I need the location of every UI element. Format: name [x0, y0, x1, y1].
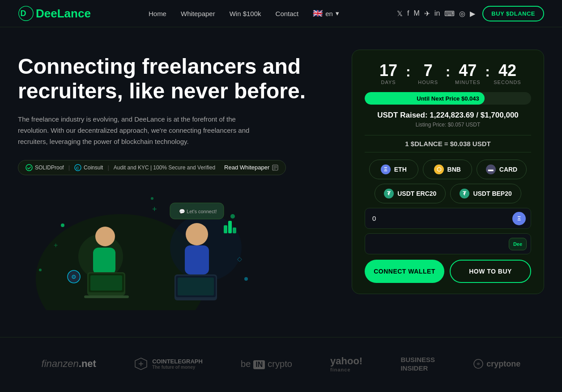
- svg-point-10: [39, 269, 42, 271]
- beincrypto-logo: be IN crypto: [241, 359, 292, 369]
- dlance-input-wrap: Dee: [365, 233, 531, 254]
- svg-text:◇: ◇: [237, 255, 242, 262]
- how-to-buy-button[interactable]: HOW TO BUY: [450, 260, 531, 283]
- progress-label: Until Next Price $0.043: [417, 95, 479, 102]
- bnb-button[interactable]: ⬡ BNB: [423, 160, 472, 179]
- exchange-rate: 1 $DLANCE = $0.038 USDT: [365, 135, 531, 152]
- nav-home[interactable]: Home: [149, 10, 166, 17]
- logo[interactable]: D DeeLance: [18, 5, 91, 21]
- social-icons: 𝕏 f M ✈ in ⌨ ◎ ▶: [397, 9, 475, 18]
- usdt-erc20-icon: ₮: [384, 189, 394, 198]
- presale-widget: 17 DAYS : 7 HOURS : 47 MINUTES : 42 SECO…: [352, 50, 544, 294]
- nav-links: Home Whitepaper Win $100k Contact 🇬🇧 en …: [149, 8, 339, 18]
- eth-input-suffix: Ξ: [512, 212, 526, 225]
- svg-rect-21: [185, 245, 209, 274]
- freelancer-illustration: 💬 Let's connect! ⚙ + + ◇: [18, 190, 260, 310]
- svg-point-14: [95, 227, 115, 246]
- business-insider-logo: BUSINESS INSIDER: [400, 355, 435, 373]
- facebook-icon[interactable]: f: [407, 9, 409, 17]
- dee-input-suffix: Dee: [509, 238, 527, 250]
- medium-icon[interactable]: M: [414, 9, 420, 17]
- instagram-icon[interactable]: ◎: [459, 9, 465, 18]
- navbar: D DeeLance Home Whitepaper Win $100k Con…: [0, 0, 562, 27]
- usdt-bep20-button[interactable]: ₮ USDT BEP20: [450, 184, 521, 203]
- discord-icon[interactable]: ⌨: [444, 9, 455, 18]
- countdown-minutes: 47 MINUTES: [452, 63, 483, 85]
- main-content: Connecting freelancers and recruiters, l…: [0, 27, 562, 324]
- buy-dlance-button[interactable]: BUY $DLANCE: [482, 6, 544, 21]
- dlance-input[interactable]: [365, 233, 531, 254]
- svg-rect-28: [228, 221, 232, 233]
- svg-rect-24: [178, 278, 214, 295]
- yahoo-finance-logo: yahoo! finance: [330, 355, 362, 372]
- countdown-hours: 7 HOURS: [413, 63, 444, 85]
- svg-point-8: [61, 223, 64, 227]
- svg-rect-18: [90, 275, 122, 291]
- svg-rect-29: [233, 228, 236, 233]
- svg-text:C: C: [76, 166, 79, 170]
- eth-icon: Ξ: [381, 164, 391, 174]
- svg-text:💬 Let's connect!: 💬 Let's connect!: [179, 208, 217, 215]
- listing-price: Listing Price: $0.057 USDT: [365, 122, 531, 128]
- cointelegraph-logo: COINTELEGRAPH The future of money: [134, 357, 203, 371]
- hero-title: Connecting freelancers and recruiters, l…: [18, 54, 334, 103]
- countdown-days: 17 DAYS: [373, 63, 404, 85]
- audit-text: Audit and KYC | 100% Secure and Verified: [114, 164, 215, 171]
- countdown-sep-1: :: [406, 63, 411, 84]
- read-whitepaper-link[interactable]: Read Whitepaper: [224, 164, 278, 171]
- raised-amount: USDT Raised: 1,224,823.69 / $1,700,000: [365, 111, 531, 120]
- amount-input-wrap: Ξ: [365, 208, 531, 229]
- card-button[interactable]: ▬ CARD: [477, 160, 527, 179]
- footer-logos: finanzen.net COINTELEGRAPH The future of…: [0, 337, 562, 386]
- nav-contact[interactable]: Contact: [276, 10, 299, 17]
- youtube-icon[interactable]: ▶: [470, 9, 475, 18]
- nav-right: 𝕏 f M ✈ in ⌨ ◎ ▶ BUY $DLANCE: [397, 6, 544, 21]
- token-row-2: ₮ USDT ERC20 ₮ USDT BEP20: [365, 184, 531, 203]
- linkedin-icon[interactable]: in: [434, 9, 440, 17]
- svg-rect-15: [93, 248, 115, 274]
- finanzen-logo: finanzen.net: [42, 358, 96, 370]
- svg-point-11: [244, 277, 248, 281]
- svg-rect-27: [224, 225, 227, 233]
- action-buttons: CONNECT WALLET HOW TO BUY: [365, 260, 531, 283]
- usdt-bep20-icon: ₮: [460, 189, 469, 198]
- countdown-seconds: 42 SECONDS: [492, 63, 523, 85]
- progress-bar: Until Next Price $0.043: [365, 92, 531, 105]
- svg-text:+: +: [152, 205, 157, 214]
- svg-text:+: +: [54, 241, 58, 249]
- twitter-icon[interactable]: 𝕏: [397, 9, 403, 18]
- svg-text:D: D: [20, 9, 26, 18]
- svg-point-2: [26, 164, 32, 171]
- countdown-sep-3: :: [485, 63, 490, 84]
- card-icon: ▬: [486, 164, 496, 174]
- audit-bar: SOLIDProof | C Coinsult | Audit and KYC …: [18, 160, 286, 175]
- token-row-1: Ξ ETH ⬡ BNB ▬ CARD: [365, 160, 531, 179]
- eth-button[interactable]: Ξ ETH: [369, 160, 418, 179]
- countdown-timer: 17 DAYS : 7 HOURS : 47 MINUTES : 42 SECO…: [365, 63, 531, 85]
- nav-whitepaper[interactable]: Whitepaper: [181, 10, 215, 17]
- svg-point-20: [186, 223, 208, 245]
- logo-text: DeeLance: [36, 7, 91, 21]
- svg-point-9: [230, 214, 235, 219]
- usdt-erc20-button[interactable]: ₮ USDT ERC20: [375, 184, 446, 203]
- solidproof-badge[interactable]: SOLIDProof: [26, 164, 64, 171]
- svg-rect-19: [84, 295, 129, 298]
- hero-description: The freelance industry is evolving, and …: [18, 114, 268, 147]
- coinsult-badge[interactable]: C Coinsult: [74, 164, 103, 171]
- svg-text:⚙: ⚙: [71, 274, 77, 280]
- svg-point-12: [151, 197, 153, 200]
- telegram-icon[interactable]: ✈: [424, 9, 430, 18]
- hero-section: Connecting freelancers and recruiters, l…: [18, 50, 334, 310]
- nav-win[interactable]: Win $100k: [230, 10, 261, 17]
- connect-wallet-button[interactable]: CONNECT WALLET: [365, 260, 444, 283]
- amount-input[interactable]: [365, 208, 531, 229]
- nav-language[interactable]: 🇬🇧 en ▾: [313, 8, 339, 18]
- bnb-icon: ⬡: [434, 164, 444, 174]
- hero-illustration: 💬 Let's connect! ⚙ + + ◇: [18, 190, 260, 310]
- countdown-sep-2: :: [446, 63, 451, 84]
- cryptonews-logo: cryptone: [473, 358, 520, 369]
